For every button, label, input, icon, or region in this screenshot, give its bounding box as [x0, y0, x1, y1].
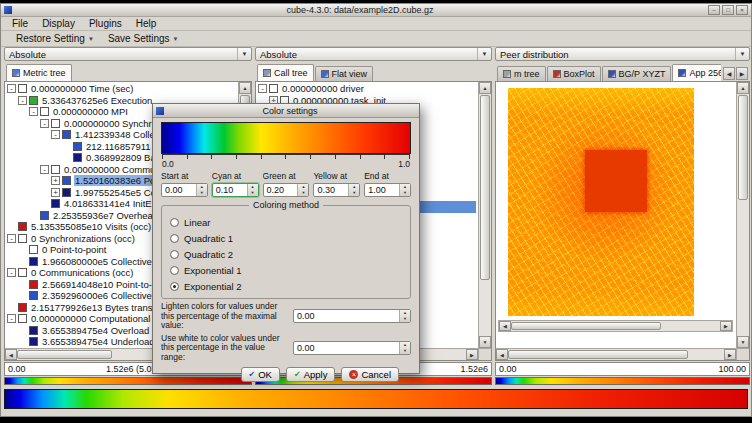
tab-scroll-left-button[interactable]: ◀ — [723, 67, 735, 80]
radio-button[interactable] — [170, 250, 179, 259]
collapse-icon[interactable]: - — [7, 268, 16, 277]
tree-node-label[interactable]: 4.018633141e4 InitExit — [63, 198, 162, 209]
method-radio-quadratic-1[interactable]: Quadratic 1 — [170, 230, 402, 246]
scrollbar-thumb[interactable] — [17, 350, 112, 359]
scroll-down-button[interactable]: ▼ — [737, 336, 749, 348]
lighten-value[interactable]: 0.00 — [294, 310, 399, 322]
white-spinbox[interactable]: 0.00 ▲ ▼ — [293, 341, 411, 355]
toolbar-restore-setting[interactable]: Restore Setting▼ — [9, 33, 101, 44]
scroll-left-button[interactable]: ◀ — [5, 349, 17, 360]
method-radio-exponential-2[interactable]: Exponential 2 — [170, 278, 402, 294]
start-at-spinbox[interactable]: 0.00▲▼ — [161, 183, 208, 197]
scrollbar-track[interactable] — [511, 321, 720, 331]
menu-help[interactable]: Help — [129, 18, 164, 29]
tree-node-label[interactable]: 5.336437625e6 Execution — [41, 95, 153, 106]
tab-bg-p-xyzt[interactable]: BG/P XYZT — [602, 66, 672, 81]
tree-node-label[interactable]: 0 Synchronizations (occ) — [30, 233, 136, 244]
spin-down-icon[interactable]: ▼ — [400, 190, 410, 196]
scroll-up-button[interactable]: ▲ — [239, 82, 251, 94]
expand-icon[interactable]: + — [51, 188, 60, 197]
spin-down-icon[interactable]: ▼ — [400, 348, 410, 354]
menu-plugins[interactable]: Plugins — [82, 18, 129, 29]
tree-node-label[interactable]: 0 Point-to-point — [41, 244, 107, 255]
radio-button[interactable] — [170, 282, 179, 291]
radio-button[interactable] — [170, 218, 179, 227]
apply-button[interactable]: ✔Apply — [286, 367, 335, 382]
horizontal-scrollbar[interactable]: ◀ ▶ — [496, 348, 736, 360]
close-button[interactable]: × — [736, 5, 748, 15]
scroll-left-button[interactable]: ◀ — [499, 321, 511, 331]
dialog-titlebar[interactable]: Color settings — [153, 104, 419, 118]
tab-flat-view[interactable]: Flat view — [315, 66, 374, 81]
vertical-scrollbar[interactable]: ▲ ▼ — [478, 82, 491, 348]
method-radio-exponential-1[interactable]: Exponential 1 — [170, 262, 402, 278]
tree-node-label[interactable]: 0.000000000 MPI — [52, 106, 129, 117]
collapse-icon[interactable]: - — [40, 119, 49, 128]
cancel-button[interactable]: ×Cancel — [341, 367, 399, 382]
heatmap-scrollbar[interactable]: ◀ ▶ — [498, 320, 733, 332]
lighten-spinbox[interactable]: 0.00 ▲ ▼ — [293, 309, 411, 323]
tree-node-label[interactable]: 0.368992809 Ba — [85, 152, 157, 163]
collapse-icon[interactable]: - — [7, 234, 16, 243]
cyan-at-spinbox[interactable]: 0.10▲▼ — [212, 183, 259, 197]
scroll-right-button[interactable]: ▶ — [724, 349, 736, 360]
spinbox-value[interactable]: 0.30 — [314, 184, 348, 196]
scroll-up-button[interactable]: ▲ — [737, 82, 749, 94]
tree-node-label[interactable]: 5.135355085e10 Visits (occ) — [30, 221, 152, 232]
scroll-right-button[interactable]: ▶ — [720, 321, 732, 331]
tree-node-label[interactable]: 0.000000000 Time (sec) — [30, 83, 134, 94]
method-radio-quadratic-2[interactable]: Quadratic 2 — [170, 246, 402, 262]
toolbar-save-settings[interactable]: Save Settings▼ — [101, 33, 186, 44]
tab-app-256x256[interactable]: App 256x256 — [672, 64, 721, 81]
end-at-spinbox[interactable]: 1.00▲▼ — [364, 183, 411, 197]
scrollbar-thumb[interactable] — [480, 95, 490, 280]
scroll-left-button[interactable]: ◀ — [496, 349, 508, 360]
collapse-icon[interactable]: - — [40, 165, 49, 174]
metric-value-mode-combo[interactable]: Absolute ▼ — [4, 47, 252, 61]
expand-icon[interactable]: + — [51, 176, 60, 185]
tree-node-label[interactable]: 1.966080000e5 Collective — [41, 256, 153, 267]
yellow-at-spinbox[interactable]: 0.30▲▼ — [313, 183, 360, 197]
minimize-button[interactable]: – — [708, 5, 720, 15]
tab-metric-tree[interactable]: Metric tree — [6, 64, 72, 81]
tree-row[interactable]: -0.000000000 driver — [258, 83, 476, 95]
scrollbar-thumb[interactable] — [508, 350, 688, 359]
tree-node-label[interactable]: 0.000000000 driver — [281, 83, 365, 94]
menu-file[interactable]: File — [5, 18, 35, 29]
collapse-icon[interactable]: - — [18, 96, 27, 105]
spin-down-icon[interactable]: ▼ — [298, 190, 308, 196]
scrollbar-track[interactable] — [508, 349, 724, 360]
scroll-down-button[interactable]: ▼ — [479, 336, 491, 348]
radio-button[interactable] — [170, 266, 179, 275]
tree-node-label[interactable]: 212.116857911 — [85, 141, 152, 152]
spinbox-value[interactable]: 1.00 — [365, 184, 399, 196]
method-radio-linear[interactable]: Linear — [170, 214, 402, 230]
menu-display[interactable]: Display — [35, 18, 82, 29]
system-value-mode-combo[interactable]: Peer distribution ▼ — [495, 47, 750, 61]
scroll-right-button[interactable]: ▶ — [466, 349, 478, 360]
tab-call-tree[interactable]: Call tree — [257, 64, 314, 81]
scroll-up-button[interactable]: ▲ — [479, 82, 491, 94]
collapse-icon[interactable]: - — [29, 107, 38, 116]
scrollbar-thumb[interactable] — [511, 322, 661, 330]
spinbox-value[interactable]: 0.20 — [264, 184, 298, 196]
ok-button[interactable]: ✔OK — [241, 367, 280, 382]
tree-row[interactable]: -0.000000000 Time (sec) — [7, 83, 236, 95]
tab-scroll-right-button[interactable]: ▶ — [736, 67, 748, 80]
tree-node-label[interactable]: 2.25355936e7 Overhead — [52, 210, 159, 221]
tree-node-label[interactable]: 0 Communications (occ) — [30, 267, 134, 278]
vertical-scrollbar[interactable]: ▲ ▼ — [736, 82, 749, 348]
spin-down-icon[interactable]: ▼ — [248, 190, 258, 196]
spinbox-value[interactable]: 0.10 — [213, 184, 247, 196]
collapse-icon[interactable]: - — [51, 130, 60, 139]
spin-down-icon[interactable]: ▼ — [197, 190, 207, 196]
spinbox-value[interactable]: 0.00 — [162, 184, 196, 196]
tab-boxplot[interactable]: BoxPlot — [547, 66, 601, 81]
tree-node-label[interactable]: 3.655389475e4 Underload — [41, 336, 156, 347]
scrollbar-thumb[interactable] — [738, 95, 748, 200]
tab-m-tree[interactable]: m tree — [497, 66, 546, 81]
call-value-mode-combo[interactable]: Absolute ▼ — [255, 47, 492, 61]
white-value[interactable]: 0.00 — [294, 342, 399, 354]
spin-down-icon[interactable]: ▼ — [349, 190, 359, 196]
green-at-spinbox[interactable]: 0.20▲▼ — [263, 183, 310, 197]
